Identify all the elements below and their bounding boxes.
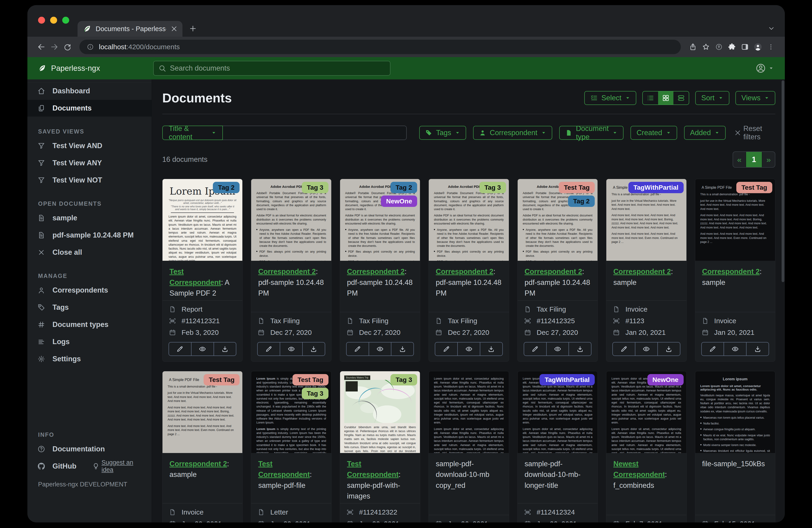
document-thumbnail[interactable]: Boundary Waters TripCurabitur bibendum a…	[340, 371, 420, 453]
filter-text-input[interactable]	[223, 126, 407, 140]
app-brand[interactable]: Paperless-ngx	[38, 64, 153, 73]
filter-document-type-button[interactable]: Document type	[559, 126, 624, 140]
filter-created-button[interactable]: Created	[630, 126, 677, 140]
document-thumbnail[interactable]: Lorem ipsum dolor sit amet, consectetur …	[518, 371, 597, 453]
document-thumbnail[interactable]: Adobe Acrobat PDF FilesAdobe® Portable D…	[340, 179, 420, 261]
view-button[interactable]	[724, 342, 746, 356]
address-bar[interactable]: localhost:4200/documents	[79, 40, 681, 54]
document-thumbnail[interactable]: A Simple PDF FileThis is a small demonst…	[695, 179, 775, 261]
window-close-button[interactable]	[38, 17, 45, 24]
edit-button[interactable]	[258, 342, 280, 356]
tag-pill[interactable]: Tag 3	[302, 182, 329, 193]
download-button[interactable]	[391, 342, 414, 356]
sidebar-item-pdf-sample-10.24.48-pm[interactable]: pdf-sample 10.24.48 PM	[27, 227, 151, 244]
new-tab-button[interactable]	[189, 25, 198, 32]
tag-pill[interactable]: TagWithPartial	[628, 182, 684, 193]
correspondent-link[interactable]: Correspondent 2	[436, 268, 493, 276]
bookmark-star-button[interactable]	[699, 40, 712, 53]
document-thumbnail[interactable]: Lorem ipsum dolor sit amet, consectetur …	[429, 371, 509, 453]
download-button[interactable]	[302, 342, 325, 356]
select-button[interactable]: Select	[584, 91, 636, 105]
browser-profile-avatar[interactable]	[751, 40, 765, 53]
correspondent-link[interactable]: Correspondent 2	[702, 268, 760, 276]
browser-tab[interactable]: Documents - Paperless-ngx	[77, 21, 183, 37]
view-button[interactable]	[368, 342, 391, 356]
tab-close-icon[interactable]	[170, 25, 177, 32]
document-thumbnail[interactable]: Adobe Acrobat PDF FilesAdobe® Portable D…	[429, 179, 509, 261]
site-info-icon[interactable]	[86, 40, 94, 53]
tag-pill[interactable]: Test Tag	[292, 374, 329, 385]
download-button[interactable]	[568, 342, 591, 356]
browser-menu-kebab-icon[interactable]	[765, 40, 778, 53]
reset-filters-button[interactable]: Reset filters	[734, 125, 775, 141]
filter-correspondent-button[interactable]: Correspondent	[473, 126, 552, 140]
filter-added-button[interactable]: Added	[684, 126, 726, 140]
sidebar-item-dashboard[interactable]: Dashboard	[27, 82, 151, 99]
share-button[interactable]	[686, 40, 699, 53]
filter-field-dropdown[interactable]: Title & content	[162, 126, 223, 140]
tag-pill[interactable]: Tag 3	[390, 374, 417, 385]
correspondent-link[interactable]: Correspondent 2	[613, 268, 671, 276]
edit-button[interactable]	[169, 342, 191, 356]
sidebar-item-close-all[interactable]: Close all	[27, 244, 151, 261]
sidebar-link-suggest-an-idea[interactable]: Suggest an idea	[92, 459, 141, 473]
correspondent-link[interactable]: Test Correspondent	[347, 460, 398, 479]
sidebar-item-documents[interactable]: Documents	[27, 99, 151, 117]
correspondent-link[interactable]: Test Correspondent	[258, 460, 310, 479]
view-button[interactable]	[457, 342, 480, 356]
edit-button[interactable]	[347, 342, 368, 356]
tab-search-chevron-icon[interactable]	[768, 25, 775, 32]
view-list-button[interactable]	[643, 91, 658, 104]
sidebar-item-test-view-not[interactable]: Test View NOT	[27, 172, 151, 189]
view-cards-button[interactable]	[673, 91, 689, 104]
download-button[interactable]	[480, 342, 502, 356]
document-thumbnail[interactable]: Lorem Ipsum is simply dummy text of the …	[251, 371, 331, 453]
download-button[interactable]	[746, 342, 769, 356]
document-thumbnail[interactable]: Lorem ipsumLorem ipsum dolor sit amet, c…	[695, 371, 775, 453]
scrollbar[interactable]	[782, 80, 784, 519]
filter-tags-button[interactable]: Tags	[419, 126, 466, 140]
view-grid-button[interactable]	[658, 91, 673, 104]
document-thumbnail[interactable]: A Simple PDF FileThis is a small demonst…	[162, 371, 242, 453]
side-panel-button[interactable]	[738, 40, 751, 53]
reload-button[interactable]	[61, 40, 74, 53]
sidebar-item-settings[interactable]: Settings	[27, 351, 151, 368]
password-extension-icon[interactable]	[712, 40, 725, 53]
correspondent-link[interactable]: Correspondent 2	[258, 268, 316, 276]
sidebar-item-test-view-and[interactable]: Test View AND	[27, 137, 151, 154]
tag-pill[interactable]: NewOne	[648, 374, 684, 385]
view-button[interactable]	[280, 342, 302, 356]
document-thumbnail[interactable]: Adobe Acrobat PDF FilesAdobe® Portable D…	[518, 179, 597, 261]
forward-button[interactable]	[48, 40, 61, 53]
sort-button[interactable]: Sort	[695, 91, 729, 105]
correspondent-link[interactable]: Test Correspondent	[170, 268, 221, 286]
view-button[interactable]	[546, 342, 569, 356]
tag-pill[interactable]: NewOne	[381, 196, 417, 207]
edit-button[interactable]	[702, 342, 724, 356]
tag-pill[interactable]: Tag 3	[479, 182, 506, 193]
view-button[interactable]	[191, 342, 214, 356]
correspondent-link[interactable]: Correspondent 2	[347, 268, 405, 276]
tag-pill[interactable]: Tag 2	[390, 182, 417, 193]
window-minimize-button[interactable]	[50, 17, 57, 24]
correspondent-link[interactable]: Correspondent 2	[525, 268, 582, 276]
download-button[interactable]	[657, 342, 680, 356]
tag-pill[interactable]: TagWithPartial	[539, 374, 595, 385]
sidebar-item-logs[interactable]: Logs	[27, 333, 151, 351]
download-button[interactable]	[214, 342, 236, 356]
tag-pill[interactable]: Test Tag	[559, 182, 595, 193]
correspondent-link[interactable]: Correspondent 2	[170, 460, 227, 468]
sidebar-item-sample[interactable]: sample	[27, 210, 151, 227]
page-next-button[interactable]: »	[762, 152, 775, 167]
document-thumbnail[interactable]: A Simple PDF FileThis is a small demonst…	[606, 179, 686, 261]
sidebar-item-documentation[interactable]: Documentation	[27, 441, 151, 458]
back-button[interactable]	[35, 40, 48, 53]
document-thumbnail[interactable]: Lorem Ipsum"Neque porro quisquam est qui…	[162, 179, 242, 261]
sidebar-item-tags[interactable]: Tags	[27, 299, 151, 316]
tag-pill[interactable]: Tag 3	[302, 388, 329, 399]
sidebar-item-correspondents[interactable]: Correspondents	[27, 282, 151, 299]
views-button[interactable]: Views	[735, 91, 775, 105]
edit-button[interactable]	[524, 342, 546, 356]
extensions-puzzle-icon[interactable]	[725, 40, 738, 53]
global-search-input[interactable]	[170, 64, 385, 72]
